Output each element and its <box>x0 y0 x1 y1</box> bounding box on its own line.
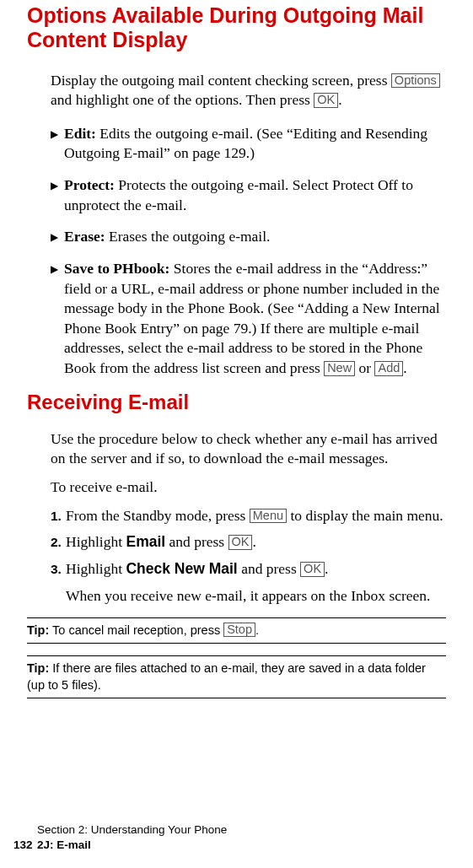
item-label: Protect: <box>64 176 115 193</box>
step-item: 2. Highlight Email and press OK. <box>51 532 446 552</box>
keycap-stop: Stop <box>223 623 255 638</box>
text: and highlight one of the options. Then p… <box>51 91 314 108</box>
tip-text: . <box>255 623 259 637</box>
keycap-menu: Menu <box>250 509 287 524</box>
list-item: ▶ Save to PHbook: Stores the e-mail addr… <box>51 259 446 379</box>
keycap-ok: OK <box>228 535 253 550</box>
tip-label: Tip: <box>27 661 49 675</box>
bold-text: Check New Mail <box>126 560 237 577</box>
text: . <box>338 91 341 108</box>
steps-list: 1. From the Standby mode, press Menu to … <box>51 506 446 579</box>
footer-section: Section 2: Understanding Your Phone <box>37 822 227 838</box>
text: . <box>252 533 255 550</box>
item-text: Protects the outgoing e-mail. Select Pro… <box>64 176 413 213</box>
item-label: Save to PHbook: <box>64 260 169 277</box>
page-footer: Section 2: Understanding Your Phone 1322… <box>13 822 227 853</box>
step-item: 1. From the Standby mode, press Menu to … <box>51 506 446 526</box>
text: Stores the e-mail address in the “Addres… <box>64 260 440 376</box>
list-item: ▶ Erase: Erases the outgoing e-mail. <box>51 227 446 247</box>
step-body: Highlight Check New Mail and press OK. <box>66 559 446 579</box>
options-list: ▶ Edit: Edits the outgoing e-mail. (See … <box>51 124 446 379</box>
text: . <box>325 560 328 577</box>
keycap-ok: OK <box>300 562 325 577</box>
text: . <box>403 359 406 376</box>
text: and press <box>238 560 300 577</box>
step-item: 3. Highlight Check New Mail and press OK… <box>51 559 446 579</box>
heading-receiving: Receiving E-mail <box>27 391 446 414</box>
receiving-body: Use the procedure below to check whether… <box>51 429 446 606</box>
tip-text: To cancel mail reception, press <box>49 623 223 637</box>
triangle-icon: ▶ <box>51 259 64 379</box>
triangle-icon: ▶ <box>51 124 64 164</box>
item-text: Erases the outgoing e-mail. <box>105 228 271 245</box>
bold-text: Email <box>126 533 165 550</box>
footer-chapter: 1322J: E-mail <box>13 838 227 853</box>
tip-block: Tip: To cancel mail reception, press Sto… <box>27 617 446 644</box>
keycap-ok: OK <box>314 93 338 108</box>
list-item: ▶ Protect: Protects the outgoing e-mail.… <box>51 175 446 215</box>
item-body: Save to PHbook: Stores the e-mail addres… <box>64 259 446 379</box>
list-item: ▶ Edit: Edits the outgoing e-mail. (See … <box>51 124 446 164</box>
keycap-add: Add <box>374 361 403 376</box>
text: to display the main menu. <box>287 507 443 524</box>
page-content: Options Available During Outgoing Mail C… <box>0 0 473 698</box>
item-label: Edit: <box>64 125 96 142</box>
item-label: Erase: <box>64 228 105 245</box>
item-text: Edits the outgoing e-mail. (See “Editing… <box>64 125 427 162</box>
heading-options: Options Available During Outgoing Mail C… <box>27 3 446 52</box>
text: and press <box>165 533 228 550</box>
recv-intro: Use the procedure below to check whether… <box>51 429 446 469</box>
text: From the Standby mode, press <box>66 507 250 524</box>
step-body: Highlight Email and press OK. <box>66 532 446 552</box>
recv-lead: To receive e-mail. <box>51 477 446 498</box>
keycap-new: New <box>324 361 355 376</box>
tip-label: Tip: <box>27 623 49 637</box>
step-number: 1. <box>51 506 66 526</box>
item-body: Erase: Erases the outgoing e-mail. <box>64 227 446 247</box>
triangle-icon: ▶ <box>51 227 64 247</box>
tip-block: Tip: If there are files attached to an e… <box>27 655 446 698</box>
chapter-label: 2J: E-mail <box>37 838 91 851</box>
step-number: 3. <box>51 559 66 579</box>
tip-text: If there are files attached to an e-mail… <box>27 661 426 692</box>
step-result: When you receive new e-mail, it appears … <box>66 586 446 606</box>
triangle-icon: ▶ <box>51 175 64 215</box>
step-number: 2. <box>51 532 66 552</box>
page-number: 132 <box>13 838 37 853</box>
item-body: Protect: Protects the outgoing e-mail. S… <box>64 175 446 215</box>
text: Highlight <box>66 560 126 577</box>
text: Display the outgoing mail content checki… <box>51 72 391 89</box>
text: or <box>355 359 374 376</box>
keycap-options: Options <box>391 73 440 89</box>
text: Highlight <box>66 533 126 550</box>
intro-paragraph: Display the outgoing mail content checki… <box>51 71 446 111</box>
item-body: Edit: Edits the outgoing e-mail. (See “E… <box>64 124 446 164</box>
step-body: From the Standby mode, press Menu to dis… <box>66 506 446 526</box>
